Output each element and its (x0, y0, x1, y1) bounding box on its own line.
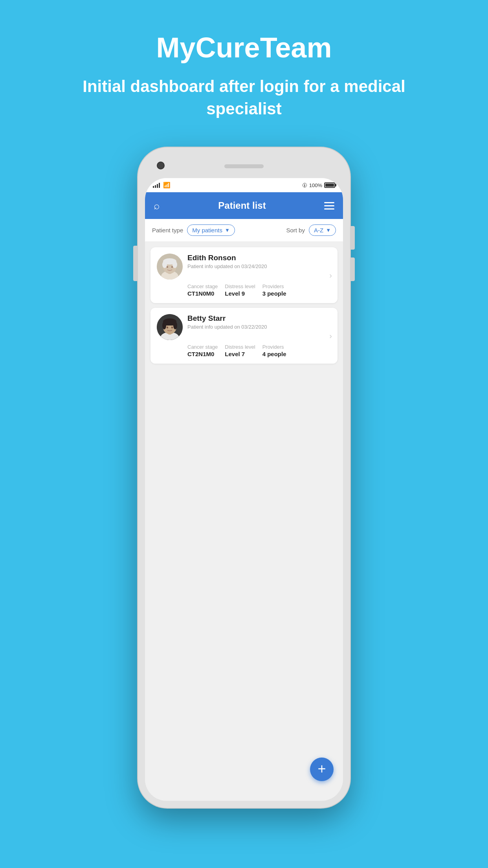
distress-group: Distress level Level 7 (225, 344, 255, 357)
patient-type-arrow-icon: ▼ (225, 227, 230, 233)
distress-value: Level 9 (225, 290, 255, 297)
patient-avatar (157, 254, 183, 280)
distress-group: Distress level Level 9 (225, 283, 255, 297)
distress-value: Level 7 (225, 351, 255, 357)
cancer-stage-value: CT1N0M0 (187, 290, 218, 297)
cancer-stage-label: Cancer stage (187, 283, 218, 289)
hamburger-line-2 (324, 205, 334, 206)
chevron-right-icon: › (329, 271, 332, 280)
patient-type-dropdown[interactable]: My patients ▼ (187, 224, 235, 236)
patient-name: Edith Ronson (187, 254, 267, 262)
patient-details: Cancer stage CT1N0M0 Distress level Leve… (157, 283, 331, 297)
status-left: 📶 (153, 182, 171, 189)
phone-screen: 📶 🛈 100% ⌕ Patient list (145, 178, 343, 801)
svg-point-18 (171, 327, 173, 329)
volume-up-button (350, 226, 355, 250)
patient-info: Edith Ronson Patient info updated on 03/… (187, 254, 267, 269)
svg-point-7 (167, 266, 168, 268)
volume-down-button (350, 257, 355, 281)
patient-updated: Patient info updated on 03/24/2020 (187, 263, 267, 269)
svg-point-6 (172, 261, 177, 268)
page-header: MyCureTeam Initial dashboard after login… (0, 0, 488, 120)
patient-card[interactable]: Edith Ronson Patient info updated on 03/… (150, 247, 338, 303)
bluetooth-icon: 🛈 (302, 182, 307, 188)
battery-percent: 100% (309, 182, 322, 188)
providers-group: Providers 4 people (262, 344, 286, 357)
header-title: Patient list (218, 200, 266, 211)
hamburger-line-1 (324, 202, 334, 203)
patient-details: Cancer stage CT2N1M0 Distress level Leve… (157, 344, 331, 357)
avatar-image (157, 314, 183, 340)
sort-dropdown[interactable]: A-Z ▼ (309, 224, 336, 236)
sort-value: A-Z (314, 227, 323, 234)
signal-icon (153, 182, 160, 188)
providers-label: Providers (262, 283, 286, 289)
sort-arrow-icon: ▼ (326, 227, 331, 233)
providers-label: Providers (262, 344, 286, 350)
avatar-image (157, 254, 183, 280)
fab-plus-icon: + (317, 762, 326, 776)
phone-frame: 📶 🛈 100% ⌕ Patient list (138, 147, 350, 808)
patients-list: Edith Ronson Patient info updated on 03/… (145, 242, 343, 801)
distress-label: Distress level (225, 344, 255, 350)
screen-content: Edith Ronson Patient info updated on 03/… (145, 242, 343, 801)
providers-value: 3 people (262, 290, 286, 297)
cancer-stage-label: Cancer stage (187, 344, 218, 350)
speaker-grill (224, 164, 264, 168)
hamburger-line-3 (324, 208, 334, 210)
patient-name: Betty Starr (187, 314, 267, 323)
add-patient-fab[interactable]: + (310, 758, 334, 781)
app-header: ⌕ Patient list (145, 192, 343, 219)
patient-info: Betty Starr Patient info updated on 03/2… (187, 314, 267, 330)
svg-point-17 (167, 327, 168, 329)
patient-avatar (157, 314, 183, 340)
battery-icon (324, 182, 335, 188)
svg-point-5 (162, 261, 167, 268)
chevron-right-icon: › (329, 331, 332, 340)
search-icon[interactable]: ⌕ (154, 200, 160, 212)
wifi-icon: 📶 (163, 182, 171, 189)
phone-top-bar (145, 154, 343, 178)
distress-label: Distress level (225, 283, 255, 289)
providers-value: 4 people (262, 351, 286, 357)
page-title: MyCureTeam (0, 31, 488, 64)
svg-rect-16 (163, 321, 176, 326)
providers-group: Providers 3 people (262, 283, 286, 297)
patient-updated: Patient info updated on 03/22/2020 (187, 324, 267, 330)
sort-label: Sort by (286, 227, 305, 234)
camera (157, 162, 165, 169)
status-right: 🛈 100% (302, 182, 335, 188)
status-bar: 📶 🛈 100% (145, 178, 343, 192)
patient-card[interactable]: Betty Starr Patient info updated on 03/2… (150, 308, 338, 364)
svg-point-8 (171, 266, 173, 268)
page-subtitle: Initial dashboard after login for a medi… (0, 75, 488, 120)
cancer-stage-value: CT2N1M0 (187, 351, 218, 357)
power-button (133, 246, 138, 281)
hamburger-menu-icon[interactable] (324, 202, 334, 210)
patient-type-value: My patients (192, 227, 222, 234)
cancer-stage-group: Cancer stage CT2N1M0 (187, 344, 218, 357)
cancer-stage-group: Cancer stage CT1N0M0 (187, 283, 218, 297)
patient-type-label: Patient type (152, 227, 183, 234)
filter-bar: Patient type My patients ▼ Sort by A-Z ▼ (145, 219, 343, 242)
